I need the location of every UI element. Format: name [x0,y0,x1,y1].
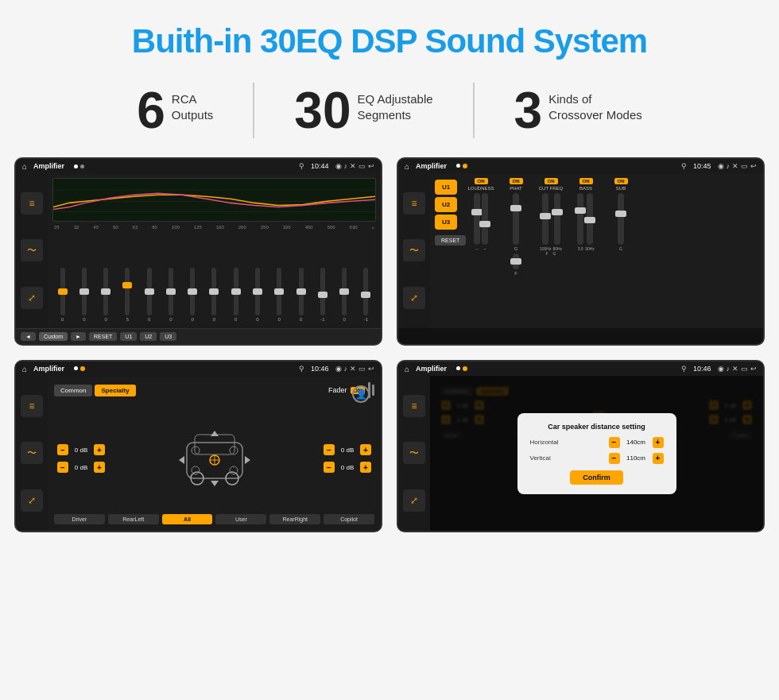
db-left-2-value: 0 dB [71,464,91,471]
fader-copilot-btn[interactable]: Copilot [324,514,374,524]
eq-back-icon[interactable]: ↩ [368,162,374,170]
fader-content: ≡ 〜 ⤢ Common Specialty Fader ON [16,376,381,531]
eq-u2-btn[interactable]: U2 [140,332,157,341]
stat-eq-number: 30 [294,85,351,136]
fader-back-icon[interactable]: ↩ [368,365,374,373]
db-left-2-plus[interactable]: + [94,462,105,473]
fader-dot-2 [80,366,85,371]
dialog-expand-icon[interactable]: ⤢ [403,489,425,512]
db-left-1-value: 0 dB [71,447,91,454]
fader-rearleft-btn[interactable]: RearLeft [108,514,159,524]
eq-u3-btn[interactable]: U3 [160,332,176,341]
crossover-controls: ON LOUDNESS ~ ~ [462,173,763,328]
fader-common-tab[interactable]: Common [54,385,92,396]
crossover-screen-card: ⌂ Amplifier ⚲ 10:45 ◉ ♪ ✕ ▭ ↩ ≡ 〜 ⤢ [397,157,765,346]
db-right-2-plus[interactable]: + [360,462,371,473]
eq-location-icon: ⚲ [299,162,304,170]
svg-marker-14 [211,431,219,436]
crossover-home-icon[interactable]: ⌂ [405,162,409,171]
svg-marker-17 [245,456,250,464]
eq-custom-btn[interactable]: Custom [39,332,68,341]
crossover-u2-btn[interactable]: U2 [435,197,457,212]
eq-time: 10:44 [311,162,329,170]
fader-driver-btn[interactable]: Driver [54,514,105,524]
eq-expand-icon[interactable]: ⤢ [21,287,43,309]
crossover-camera-icon: ◉ [718,162,724,170]
fader-tune-icon[interactable]: ≡ [21,395,43,417]
svg-marker-15 [211,481,219,486]
crossover-expand-icon[interactable]: ⤢ [403,287,425,309]
fader-rearright-btn[interactable]: RearRight [269,514,320,524]
svg-point-13 [230,466,238,474]
db-right-1-minus[interactable]: − [324,444,335,455]
fader-home-icon[interactable]: ⌂ [22,365,27,373]
fader-status-bar: ⌂ Amplifier ⚲ 10:46 ◉ ♪ ✕ ▭ ↩ [16,362,381,376]
dialog-vertical-plus[interactable]: + [653,453,664,464]
crossover-back-icon[interactable]: ↩ [750,162,757,170]
db-left-1-minus[interactable]: − [57,444,68,455]
loudness-on-badge: ON [475,178,488,184]
fader-expand-icon[interactable]: ⤢ [21,489,43,512]
eq-reset-btn[interactable]: RESET [89,332,117,341]
db-right-2-value: 0 dB [337,464,358,471]
page-title: Buith-in 30EQ DSP Sound System [0,0,779,75]
crossover-wave-icon[interactable]: 〜 [403,239,425,261]
fader-dots [74,366,85,371]
fader-user-btn[interactable]: User [215,514,266,524]
eq-next-btn[interactable]: ► [71,332,86,341]
eq-wave-icon[interactable]: 〜 [21,239,43,261]
dialog-tune-icon[interactable]: ≡ [403,395,425,417]
crossover-u1-btn[interactable]: U1 [435,180,457,195]
crossover-tune-icon[interactable]: ≡ [403,192,425,215]
eq-status-bar: ⌂ Amplifier ⚲ 10:44 ◉ ♪ ✕ ▭ ↩ [16,159,381,173]
dialog-vertical-label: Vertical [530,454,609,462]
cutfreq-ctrl: ON CUT FREQ 100Hz 80Hz [535,178,567,323]
sub-ctrl: ON SUB G [605,178,637,323]
fader-app-name: Amplifier [33,365,64,373]
crossover-location-icon: ⚲ [681,162,687,170]
eq-sliders-row: 0 0 0 5 0 0 0 0 0 0 0 0 -1 0 -1 [52,232,376,323]
fader-bottom-buttons: Driver RearLeft All User RearRight Copil… [54,514,374,524]
dialog-wave-icon[interactable]: 〜 [403,442,425,464]
dialog-back-icon[interactable]: ↩ [750,365,757,373]
eq-status-icons: ◉ ♪ ✕ ▭ ↩ [335,162,375,170]
dialog-vertical-minus[interactable]: − [609,453,620,464]
fader-window-icon: ▭ [358,365,366,373]
dialog-overlay: Car speaker distance setting Horizontal … [430,376,763,531]
dialog-status-icons: ◉ ♪ ✕ ▭ ↩ [718,365,758,373]
fader-specialty-tab[interactable]: Specialty [95,385,135,396]
dialog-dots [456,366,467,371]
dialog-horizontal-minus[interactable]: − [609,437,620,448]
eq-u1-btn[interactable]: U1 [120,332,137,341]
crossover-u3-btn[interactable]: U3 [435,215,457,230]
cutfreq-label: CUT FREQ [539,186,564,191]
db-controls-right: − 0 dB + − 0 dB + [324,444,371,473]
db-left-2-minus[interactable]: − [57,462,68,473]
confirm-button[interactable]: Confirm [570,470,623,485]
eq-home-icon[interactable]: ⌂ [22,162,27,171]
db-left-1-plus[interactable]: + [94,444,105,455]
dialog-horizontal-plus[interactable]: + [653,437,664,448]
sub-label: SUB [616,186,626,191]
dialog-main-area: Common Specialty −0 dB+ −0 dB+ 🚗 [430,376,763,531]
dialog-horizontal-value: 140cm [622,439,650,446]
eq-prev-btn[interactable]: ◄ [21,332,36,341]
cutfreq-on-badge: ON [545,178,558,184]
db-right-2-minus[interactable]: − [324,462,335,473]
car-diagram [110,427,319,490]
dialog-location-icon: ⚲ [681,365,687,373]
stat-eq: 30 EQ AdjustableSegments [254,85,472,136]
dialog-box: Car speaker distance setting Horizontal … [517,413,676,494]
db-controls-left: − 0 dB + − 0 dB + [57,444,105,473]
phat-label: PHAT [510,186,522,191]
crossover-speaker-icon: ♪ [727,162,731,170]
eq-tune-icon[interactable]: ≡ [21,192,43,215]
db-right-1-plus[interactable]: + [360,444,371,455]
fader-wave-icon[interactable]: 〜 [21,442,43,464]
stats-row: 6 RCAOutputs 30 EQ AdjustableSegments 3 … [0,75,779,157]
fader-all-btn[interactable]: All [162,514,213,524]
dialog-app-name: Amplifier [416,365,447,373]
dialog-home-icon[interactable]: ⌂ [405,365,409,373]
crossover-main-area: U1 U2 U3 RESET ON LOUDNESS ~ [430,173,763,328]
fader-label: Fader [328,386,347,394]
